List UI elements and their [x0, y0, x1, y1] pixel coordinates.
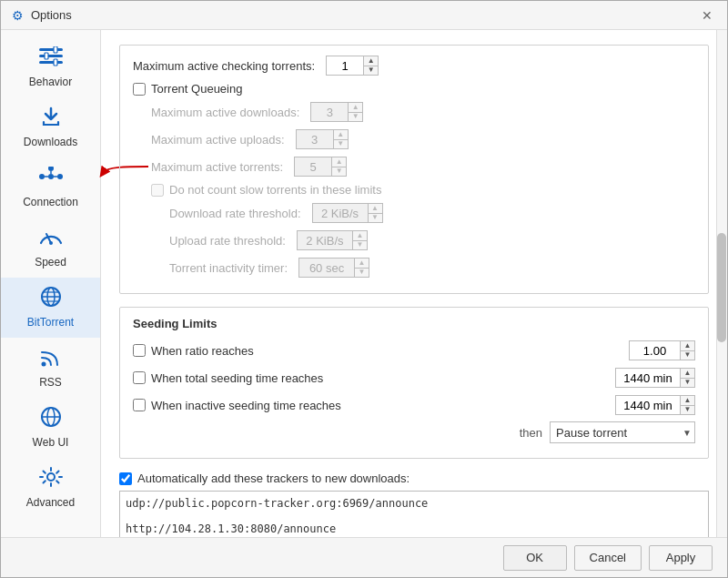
sidebar-item-label-downloads: Downloads: [24, 136, 77, 148]
advanced-icon: [39, 467, 63, 492]
inactivity-down: ▼: [354, 268, 369, 278]
auto-add-checkbox[interactable]: [119, 472, 132, 485]
sidebar-item-webui[interactable]: Web UI: [1, 398, 100, 458]
ratio-down[interactable]: ▼: [680, 350, 694, 360]
action-dropdown[interactable]: Pause torrent Remove torrent Enable supe…: [550, 421, 695, 443]
inactive-time-checkbox[interactable]: [133, 399, 146, 411]
max-downloads-up: ▲: [348, 103, 362, 112]
max-torrents-down: ▼: [331, 167, 346, 177]
svg-rect-5: [54, 59, 57, 66]
sidebar-item-behavior[interactable]: Behavior: [1, 37, 100, 97]
inactive-time-label[interactable]: When inactive seeding time reaches: [151, 399, 341, 412]
scrollbar-thumb[interactable]: [717, 233, 726, 342]
sidebar-item-connection[interactable]: Connection: [1, 157, 100, 218]
sidebar-item-downloads[interactable]: Downloads: [1, 97, 100, 157]
total-time-checkbox[interactable]: [133, 371, 146, 384]
max-uploads-input[interactable]: [297, 130, 333, 148]
svg-rect-2: [39, 61, 63, 64]
apply-button[interactable]: Apply: [649, 545, 713, 571]
sidebar-item-speed[interactable]: Speed: [1, 218, 100, 278]
downloads-icon: [39, 106, 63, 132]
svg-point-8: [57, 174, 63, 179]
main-content: Maximum active checking torrents: ▲ ▼ To…: [101, 30, 727, 537]
total-time-label[interactable]: When total seeding time reaches: [151, 371, 323, 385]
inactivity-label: Torrent inactivity timer:: [169, 261, 288, 275]
slow-torrents-label[interactable]: Do not count slow torrents in these limi…: [169, 183, 381, 197]
sidebar-item-label-behavior: Behavior: [29, 76, 72, 88]
ratio-input[interactable]: [630, 341, 680, 360]
svg-rect-4: [45, 53, 48, 59]
sidebar-item-label-bittorrent: BitTorrent: [27, 316, 74, 329]
max-downloads-spinner[interactable]: ▲ ▼: [310, 102, 363, 122]
inactive-time-down[interactable]: ▼: [680, 405, 694, 415]
sidebar-item-advanced[interactable]: Advanced: [1, 458, 100, 518]
ratio-checkbox[interactable]: [133, 344, 146, 357]
total-time-input[interactable]: [616, 369, 680, 387]
app-icon: ⚙: [12, 8, 24, 23]
sidebar-item-rss[interactable]: RSS: [1, 338, 100, 398]
ratio-label[interactable]: When ratio reaches: [151, 344, 254, 358]
tracker-textarea[interactable]: udp://public.popcorn-tracker.org:6969/an…: [119, 491, 709, 537]
max-checking-label: Maximum active checking torrents:: [133, 59, 315, 73]
upload-rate-label: Upload rate threshold:: [169, 234, 286, 248]
upload-rate-row: Upload rate threshold: ▲ ▼: [169, 229, 695, 251]
max-torrents-input[interactable]: [295, 157, 331, 176]
max-checking-up[interactable]: ▲: [363, 56, 378, 66]
seeding-title: Seeding Limits: [133, 317, 695, 330]
auto-add-row: Automatically add these trackers to new …: [119, 472, 709, 485]
max-torrents-row: Maximum active torrents: ▲ ▼: [151, 156, 695, 177]
svg-point-9: [48, 167, 54, 171]
max-checking-down[interactable]: ▼: [363, 66, 378, 76]
svg-point-23: [47, 473, 55, 481]
inactive-time-input[interactable]: [616, 396, 680, 414]
ratio-up[interactable]: ▲: [680, 341, 694, 350]
sidebar-item-bittorrent[interactable]: BitTorrent: [1, 278, 100, 338]
inactive-time-up[interactable]: ▲: [680, 396, 694, 405]
total-time-spinner[interactable]: ▲ ▼: [615, 368, 695, 388]
slow-torrents-checkbox[interactable]: [151, 184, 164, 197]
auto-add-label[interactable]: Automatically add these trackers to new …: [137, 472, 410, 485]
max-checking-input[interactable]: [327, 56, 363, 75]
download-rate-input[interactable]: [313, 204, 368, 222]
scrollbar-track[interactable]: [716, 30, 727, 537]
torrent-queueing-checkbox[interactable]: [133, 83, 146, 96]
upload-rate-spinner[interactable]: ▲ ▼: [297, 230, 368, 250]
download-rate-spinner[interactable]: ▲ ▼: [312, 203, 383, 223]
ratio-row: When ratio reaches ▲ ▼: [133, 340, 695, 361]
rss-icon: [39, 347, 63, 372]
svg-rect-1: [39, 55, 63, 57]
torrent-queueing-label[interactable]: Torrent Queueing: [151, 82, 242, 96]
max-checking-spinner[interactable]: ▲ ▼: [326, 56, 379, 76]
svg-point-6: [48, 174, 54, 179]
inactivity-input[interactable]: [299, 259, 354, 277]
download-rate-row: Download rate threshold: ▲ ▼: [169, 202, 695, 224]
max-uploads-row: Maximum active uploads: ▲ ▼: [151, 128, 695, 150]
connection-icon: [39, 167, 63, 192]
sidebar-item-label-connection: Connection: [23, 196, 78, 208]
bittorrent-icon: [39, 287, 63, 312]
title-bar: ⚙ Options ✕: [1, 1, 727, 30]
sidebar-item-label-speed: Speed: [35, 256, 66, 269]
sidebar-item-label-webui: Web UI: [33, 436, 69, 449]
ok-button[interactable]: OK: [503, 545, 567, 571]
inactivity-spinner[interactable]: ▲ ▼: [298, 258, 369, 278]
total-time-down[interactable]: ▼: [680, 378, 694, 388]
max-torrents-spinner[interactable]: ▲ ▼: [294, 157, 347, 177]
seeding-section: Seeding Limits When ratio reaches ▲ ▼: [119, 307, 709, 459]
slow-torrents-row: Do not count slow torrents in these limi…: [151, 183, 695, 197]
max-uploads-spinner[interactable]: ▲ ▼: [296, 129, 349, 149]
cancel-button[interactable]: Cancel: [574, 545, 642, 571]
download-rate-down: ▼: [368, 213, 382, 223]
ratio-spinner[interactable]: ▲ ▼: [629, 340, 695, 360]
max-checking-row: Maximum active checking torrents: ▲ ▼: [133, 55, 695, 76]
total-time-up[interactable]: ▲: [680, 369, 694, 378]
queueing-section: Maximum active checking torrents: ▲ ▼ To…: [119, 45, 709, 294]
max-downloads-label: Maximum active downloads:: [151, 106, 299, 119]
close-button[interactable]: ✕: [698, 6, 716, 25]
svg-rect-0: [39, 48, 63, 51]
svg-point-13: [49, 241, 53, 245]
max-downloads-input[interactable]: [311, 103, 348, 121]
then-row: then Pause torrent Remove torrent Enable…: [133, 421, 695, 443]
inactive-time-spinner[interactable]: ▲ ▼: [615, 395, 695, 415]
upload-rate-input[interactable]: [298, 231, 352, 249]
